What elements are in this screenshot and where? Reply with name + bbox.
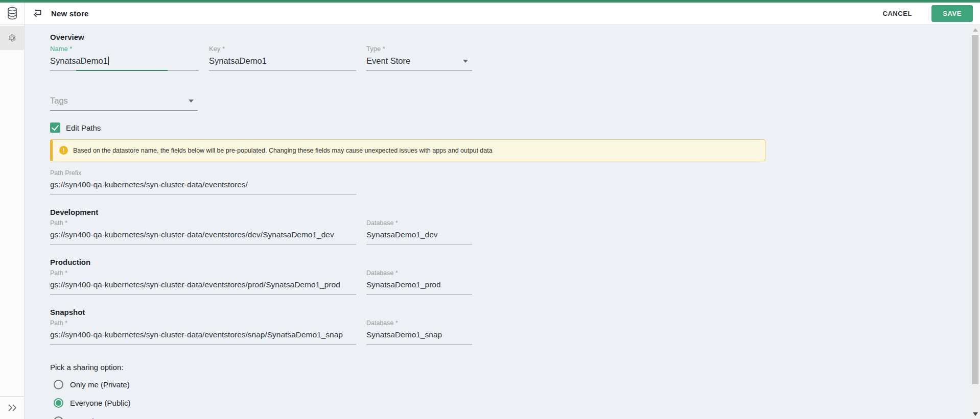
- left-sidebar: [0, 3, 25, 419]
- development-path-field[interactable]: Path * gs://syn400-qa-kubernetes/syn-clu…: [50, 219, 356, 244]
- production-database-input[interactable]: SynatsaDemo1_prod: [366, 280, 472, 294]
- radio-icon: [54, 380, 63, 389]
- snapshot-path-input[interactable]: gs://syn400-qa-kubernetes/syn-cluster-da…: [50, 330, 356, 344]
- scroll-down-icon[interactable]: [973, 412, 978, 416]
- cancel-button[interactable]: CANCEL: [874, 5, 920, 22]
- sidebar-item-settings[interactable]: [0, 26, 24, 50]
- vertical-scrollbar[interactable]: [971, 25, 980, 419]
- back-button[interactable]: [31, 7, 44, 20]
- development-database-input[interactable]: SynatsaDemo1_dev: [366, 230, 472, 244]
- path-prefix-field[interactable]: Path Prefix gs://syn400-qa-kubernetes/sy…: [50, 169, 356, 194]
- overview-heading: Overview: [50, 33, 796, 41]
- key-input[interactable]: SynatsaDemo1: [209, 56, 356, 70]
- key-field[interactable]: Key * SynatsaDemo1: [209, 45, 356, 71]
- save-button[interactable]: SAVE: [931, 5, 973, 22]
- path-prefix-label: Path Prefix: [50, 169, 356, 177]
- production-section: Production Path * gs://syn400-qa-kuberne…: [50, 258, 796, 294]
- snapshot-path-field[interactable]: Path * gs://syn400-qa-kubernetes/syn-clu…: [50, 319, 356, 344]
- sidebar-expand-button[interactable]: [0, 396, 24, 419]
- radio-users-in-groups[interactable]: Users in groups: [50, 415, 796, 419]
- database-icon: [7, 7, 18, 20]
- edit-paths-checkbox[interactable]: [50, 122, 60, 133]
- double-chevron-right-icon: [7, 403, 18, 412]
- sharing-prompt: Pick a sharing option:: [50, 363, 796, 372]
- page-title: New store: [51, 9, 89, 18]
- back-arrow-icon: [32, 8, 43, 19]
- development-database-field[interactable]: Database * SynatsaDemo1_dev: [366, 219, 472, 244]
- gear-icon: [8, 34, 17, 43]
- radio-selected-icon: [54, 398, 63, 408]
- radio-label: Everyone (Public): [70, 399, 130, 407]
- scrollbar-thumb[interactable]: [972, 35, 978, 384]
- edit-paths-toggle[interactable]: Edit Paths: [50, 122, 796, 133]
- radio-everyone[interactable]: Everyone (Public): [50, 397, 796, 408]
- header-bar: New store CANCEL SAVE: [0, 3, 980, 25]
- top-accent-strip: [0, 0, 980, 3]
- main-content: Overview Name * SynatsaDemo1 Key * Synat…: [25, 25, 971, 419]
- edit-paths-label: Edit Paths: [66, 124, 101, 132]
- warning-icon: !: [59, 146, 68, 155]
- snapshot-database-input[interactable]: SynatsaDemo1_snap: [366, 330, 472, 344]
- production-path-input[interactable]: gs://syn400-qa-kubernetes/syn-cluster-da…: [50, 280, 356, 294]
- name-input[interactable]: SynatsaDemo1: [50, 56, 108, 65]
- path-prefix-input[interactable]: gs://syn400-qa-kubernetes/syn-cluster-da…: [50, 180, 356, 194]
- production-database-field[interactable]: Database * SynatsaDemo1_prod: [366, 269, 472, 294]
- scroll-up-icon[interactable]: [973, 28, 978, 32]
- snapshot-section: Snapshot Path * gs://syn400-qa-kubernete…: [50, 308, 796, 344]
- name-field[interactable]: Name * SynatsaDemo1: [50, 45, 199, 71]
- radio-only-me[interactable]: Only me (Private): [50, 379, 796, 390]
- path-label: Path *: [50, 319, 356, 327]
- radio-label: Users in groups: [70, 417, 124, 419]
- production-path-field[interactable]: Path * gs://syn400-qa-kubernetes/syn-clu…: [50, 269, 356, 294]
- database-label: Database *: [366, 219, 472, 227]
- radio-icon: [54, 416, 63, 419]
- type-value: Event Store: [366, 56, 472, 70]
- tags-placeholder: Tags: [50, 96, 198, 110]
- chevron-down-icon: [189, 100, 194, 103]
- chevron-down-icon: [463, 60, 468, 63]
- development-heading: Development: [50, 208, 796, 216]
- text-caret: [108, 57, 109, 65]
- development-section: Development Path * gs://syn400-qa-kubern…: [50, 208, 796, 244]
- database-label: Database *: [366, 269, 472, 277]
- path-label: Path *: [50, 269, 356, 277]
- sidebar-item-datastores[interactable]: [0, 3, 24, 24]
- warning-text: Based on the datastore name, the fields …: [73, 147, 493, 154]
- type-select[interactable]: Type * Event Store: [366, 45, 472, 71]
- radio-label: Only me (Private): [70, 380, 130, 389]
- warning-banner: ! Based on the datastore name, the field…: [50, 139, 765, 161]
- name-label: Name *: [50, 45, 199, 53]
- snapshot-database-field[interactable]: Database * SynatsaDemo1_snap: [366, 319, 472, 344]
- database-label: Database *: [366, 319, 472, 327]
- tags-select[interactable]: Tags: [50, 96, 198, 111]
- path-label: Path *: [50, 219, 356, 227]
- development-path-input[interactable]: gs://syn400-qa-kubernetes/syn-cluster-da…: [50, 230, 356, 244]
- snapshot-heading: Snapshot: [50, 308, 796, 316]
- key-label: Key *: [209, 45, 356, 53]
- production-heading: Production: [50, 258, 796, 266]
- focus-underline: [76, 70, 168, 71]
- type-label: Type *: [366, 45, 472, 53]
